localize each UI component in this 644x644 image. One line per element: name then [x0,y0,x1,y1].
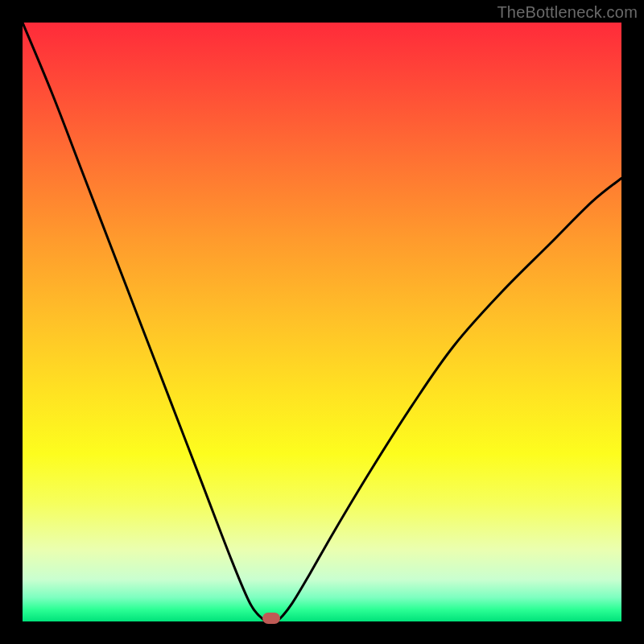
outer-frame: TheBottleneck.com [0,0,644,644]
plot-area [23,23,621,621]
optimum-marker [262,613,280,624]
attribution-text: TheBottleneck.com [497,3,638,22]
bottleneck-curve [23,23,621,621]
curve-svg [23,23,621,621]
